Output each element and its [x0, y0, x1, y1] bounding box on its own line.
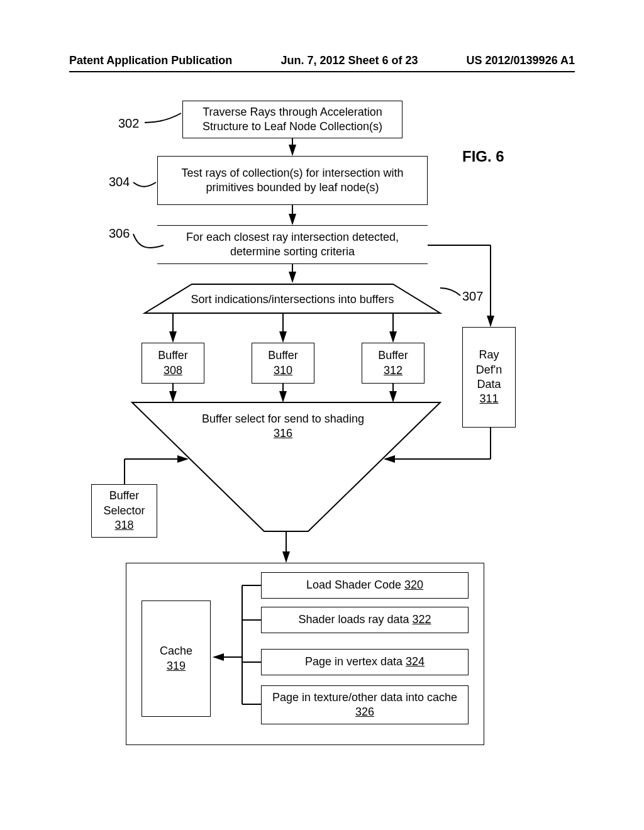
b318-l1: Buffer — [109, 489, 140, 503]
step-324-num: 324 — [406, 655, 425, 668]
step-326-row: Page in texture/other data into cache 32… — [267, 690, 463, 720]
step-322: Shader loads ray data 322 — [261, 607, 469, 633]
page: Patent Application Publication Jun. 7, 2… — [0, 0, 644, 830]
block-302-text: Traverse Rays through Acceleration Struc… — [188, 105, 397, 135]
figure-label: FIG. 6 — [462, 148, 504, 165]
block-316-num: 316 — [274, 427, 292, 440]
step-322-row: Shader loads ray data 322 — [298, 612, 431, 627]
block-306-text: For each closest ray intersection detect… — [162, 230, 423, 260]
header-right: US 2012/0139926 A1 — [467, 54, 575, 67]
ref-306: 306 — [109, 226, 130, 241]
ref-307: 307 — [462, 289, 483, 304]
header-left: Patent Application Publication — [69, 54, 232, 67]
step-326-num: 326 — [355, 706, 374, 718]
b318-l2: Selector — [103, 504, 145, 518]
raydefn-l2: Def'n — [476, 363, 502, 377]
block-307: Sort indications/intersections into buff… — [157, 292, 428, 307]
buffer-310: Buffer 310 — [252, 343, 314, 384]
step-320: Load Shader Code 320 — [261, 572, 469, 599]
block-302: Traverse Rays through Acceleration Struc… — [182, 101, 402, 138]
buffer-selector-318: Buffer Selector 318 — [91, 484, 157, 538]
step-324-text: Page in vertex data — [305, 655, 406, 668]
step-320-row: Load Shader Code 320 — [306, 578, 423, 592]
buffer-308: Buffer 308 — [142, 343, 204, 384]
step-320-text: Load Shader Code — [306, 578, 404, 591]
buffer-312-label: Buffer — [378, 348, 408, 363]
cache-label: Cache — [160, 644, 192, 658]
buffer-312: Buffer 312 — [362, 343, 425, 384]
block-306: For each closest ray intersection detect… — [157, 225, 428, 264]
raydefn-num: 311 — [479, 392, 498, 406]
cache-319: Cache 319 — [142, 600, 211, 717]
buffer-308-label: Buffer — [158, 348, 188, 363]
block-307-text: Sort indications/intersections into buff… — [191, 293, 394, 306]
block-316-label: Buffer select for send to shading — [202, 412, 364, 425]
step-322-num: 322 — [413, 613, 431, 626]
cache-num: 319 — [167, 659, 186, 673]
buffer-308-num: 308 — [164, 363, 182, 378]
header-center: Jun. 7, 2012 Sheet 6 of 23 — [280, 54, 418, 67]
block-316: Buffer select for send to shading 316 — [173, 412, 393, 441]
buffer-310-num: 310 — [274, 363, 292, 378]
ref-304: 304 — [109, 175, 130, 189]
b318-num: 318 — [114, 518, 133, 533]
step-326-text: Page in texture/other data into cache — [272, 691, 457, 704]
raydefn-l1: Ray — [479, 348, 499, 362]
block-304: Test rays of collection(s) for intersect… — [157, 156, 428, 205]
ref-302: 302 — [118, 116, 139, 131]
page-header: Patent Application Publication Jun. 7, 2… — [69, 54, 575, 72]
buffer-312-num: 312 — [384, 363, 402, 378]
step-324: Page in vertex data 324 — [261, 649, 469, 675]
step-322-text: Shader loads ray data — [298, 613, 412, 626]
ray-defn-data-311: Ray Def'n Data 311 — [462, 327, 516, 428]
step-326: Page in texture/other data into cache 32… — [261, 685, 469, 724]
raydefn-l3: Data — [477, 377, 501, 392]
buffer-310-label: Buffer — [268, 348, 298, 363]
step-320-num: 320 — [404, 578, 423, 591]
block-304-text: Test rays of collection(s) for intersect… — [163, 166, 422, 196]
step-324-row: Page in vertex data 324 — [305, 655, 425, 669]
